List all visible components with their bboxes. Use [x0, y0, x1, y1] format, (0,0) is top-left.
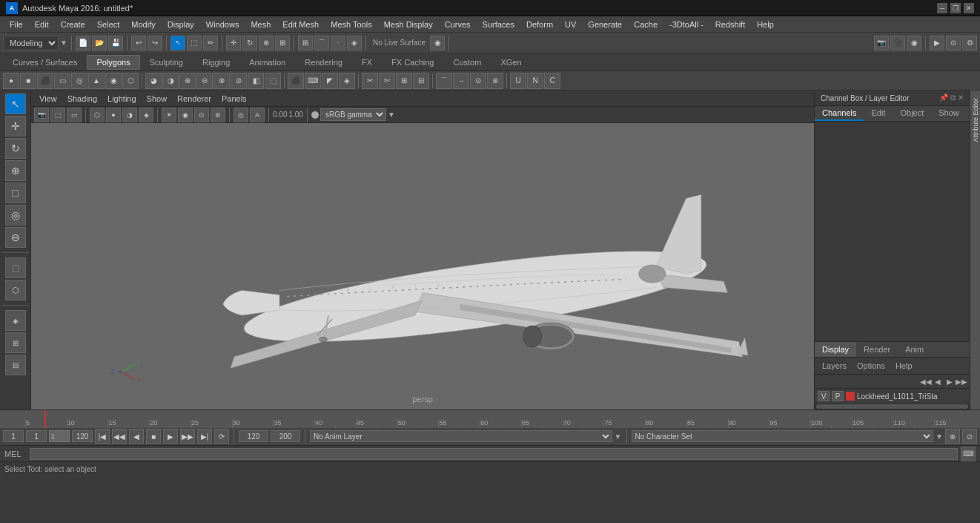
tab-rigging[interactable]: Rigging [193, 55, 239, 70]
misc-tool-2[interactable]: ⊞ [5, 332, 26, 353]
tab-curves-surfaces[interactable]: Curves / Surfaces [3, 55, 87, 70]
playback-speed-input[interactable] [271, 430, 300, 442]
menu-uv[interactable]: UV [560, 19, 581, 30]
poly-torus-button[interactable]: ◎ [71, 73, 87, 89]
tab-xgen[interactable]: XGen [491, 55, 531, 70]
restore-button[interactable]: ❐ [950, 3, 961, 13]
move-tool[interactable]: ✛ [5, 116, 26, 136]
playback-end-input[interactable] [239, 430, 268, 442]
redo-button[interactable]: ↪ [148, 36, 162, 50]
menu-redshift[interactable]: Redshift [710, 19, 750, 30]
char-set-btn1[interactable]: ⊕ [945, 429, 960, 444]
workspace-select[interactable]: Modeling [3, 36, 59, 50]
poly-disk-button[interactable]: ◉ [105, 73, 122, 89]
layer-arrow-left[interactable]: ◀ [933, 376, 943, 387]
go-end-button[interactable]: ▶| [197, 429, 212, 444]
universal-manip[interactable]: □ [5, 182, 26, 203]
snap-curve-button[interactable]: ⌒ [314, 36, 329, 50]
step-back-button[interactable]: ◀◀ [112, 429, 127, 444]
chamfer-button[interactable]: ◈ [339, 73, 355, 89]
channels-tab[interactable]: Channels [815, 106, 864, 121]
menu-mesh[interactable]: Mesh [245, 19, 276, 30]
scale-tool[interactable]: ⊕ [5, 160, 26, 181]
menu-windows[interactable]: Windows [201, 19, 245, 30]
timeline-ruler[interactable]: 5101520253035404550556065707580859095100… [0, 410, 980, 428]
layer-visible-button[interactable]: V [818, 391, 830, 401]
vp-ao-btn[interactable]: ⊙ [194, 108, 209, 122]
menu-edit-mesh[interactable]: Edit Mesh [277, 19, 324, 30]
smooth-button[interactable]: ◕ [145, 73, 162, 89]
vp-smooth-btn[interactable]: ● [106, 108, 121, 122]
loop-button[interactable]: ⟳ [214, 429, 229, 444]
vp-camera-btn[interactable]: 📷 [34, 108, 49, 122]
layer-arrow-left-left[interactable]: ◀◀ [921, 376, 931, 387]
lasso-select-button[interactable]: ⬚ [187, 36, 202, 50]
combine-button[interactable]: ⊕ [179, 73, 196, 89]
uv-button[interactable]: U [510, 73, 526, 89]
separate-button[interactable]: ⊖ [196, 73, 213, 89]
show-manip-tool[interactable]: ⊖ [5, 227, 26, 248]
menu-surfaces[interactable]: Surfaces [477, 19, 520, 30]
bevel-button[interactable]: ◤ [322, 73, 338, 89]
vp-mb-btn[interactable]: ⊛ [211, 108, 225, 122]
rotate-tool-button[interactable]: ↻ [242, 36, 257, 50]
vp-wireframe-btn[interactable]: ⬡ [90, 108, 105, 122]
layers-help[interactable]: Help [893, 360, 916, 372]
undo-button[interactable]: ↩ [131, 36, 146, 50]
view-menu[interactable]: View [36, 93, 61, 105]
extrude-button[interactable]: ⬛ [288, 73, 304, 89]
scrollbar-track[interactable] [816, 404, 968, 409]
menu-deform[interactable]: Deform [521, 19, 558, 30]
menu-file[interactable]: File [4, 19, 28, 30]
camera2-button[interactable]: 🎥 [890, 36, 905, 50]
poly-cylinder-button[interactable]: ⬛ [37, 73, 53, 89]
crease-button[interactable]: ⌒ [436, 73, 452, 89]
menu-display[interactable]: Display [162, 19, 199, 30]
mirror-button[interactable]: ◧ [248, 73, 264, 89]
select-tool[interactable]: ↖ [5, 93, 26, 114]
boolean-button[interactable]: ⊘ [231, 73, 247, 89]
object-tab[interactable]: Object [893, 106, 931, 121]
mel-input[interactable] [30, 448, 958, 460]
start-frame-input[interactable] [26, 430, 47, 442]
menu-curves[interactable]: Curves [440, 19, 476, 30]
back-button[interactable]: ◀ [129, 429, 144, 444]
play-button[interactable]: ▶ [163, 429, 178, 444]
layer-p-button[interactable]: P [832, 391, 844, 401]
merge-button[interactable]: ⊙ [470, 73, 486, 89]
menu-mesh-tools[interactable]: Mesh Tools [325, 19, 377, 30]
snap-surface-button[interactable]: ◈ [347, 36, 362, 50]
cut-button[interactable]: ✂ [362, 73, 378, 89]
camera3-button[interactable]: ◉ [907, 36, 921, 50]
renderer-menu[interactable]: Renderer [173, 93, 215, 105]
paint-select[interactable]: ⬡ [5, 280, 26, 300]
anim-layer-select[interactable]: No Anim Layer [310, 430, 612, 442]
menu-help[interactable]: Help [752, 19, 779, 30]
slide-button[interactable]: → [453, 73, 469, 89]
menu-modify[interactable]: Modify [126, 19, 160, 30]
bridge-button[interactable]: ⌨ [305, 73, 321, 89]
canvas-area[interactable]: Y X Z persp [31, 123, 814, 409]
fill-hole-button[interactable]: ⬚ [265, 73, 281, 89]
poly-cone-button[interactable]: ▲ [88, 73, 105, 89]
script-editor-button[interactable]: ⌨ [961, 447, 976, 461]
ipr-button[interactable]: ⊙ [946, 36, 961, 50]
right-panel-scrollbar[interactable] [815, 404, 970, 409]
vp-wire-shade-btn[interactable]: ◑ [122, 108, 137, 122]
paint-select-button[interactable]: ✏ [203, 36, 218, 50]
vp-tex-btn[interactable]: ◈ [139, 108, 153, 122]
soft-mod-tool[interactable]: ◎ [5, 205, 26, 226]
shading-menu[interactable]: Shading [64, 93, 101, 105]
options-label[interactable]: Options [854, 360, 888, 372]
camera1-button[interactable]: 📷 [874, 36, 889, 50]
snap-point-button[interactable]: · [331, 36, 345, 50]
lasso-tool[interactable]: ⬚ [5, 257, 26, 278]
settings-button[interactable]: ⚙ [962, 36, 977, 50]
stop-button[interactable]: ■ [146, 429, 161, 444]
insert-loop-button[interactable]: ⊞ [396, 73, 412, 89]
menu-3dto[interactable]: -3DtoAll - [664, 19, 709, 30]
poly-misc-button[interactable]: ⬡ [122, 73, 139, 89]
extract-button[interactable]: ⊗ [213, 73, 230, 89]
poly-plane-button[interactable]: ▭ [54, 73, 70, 89]
cb-close-button[interactable]: ✕ [958, 93, 964, 102]
